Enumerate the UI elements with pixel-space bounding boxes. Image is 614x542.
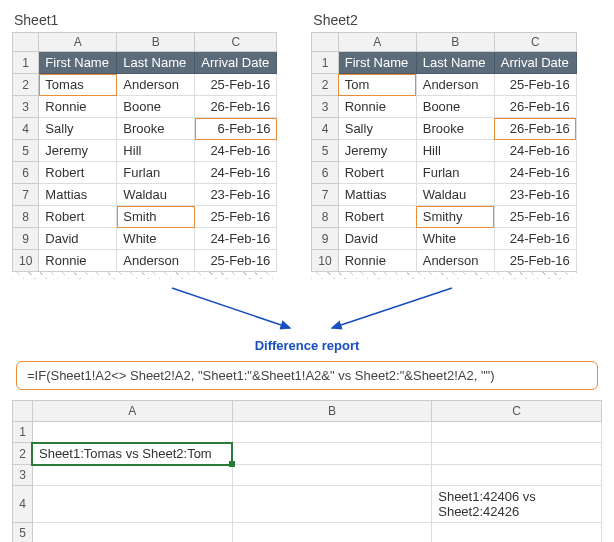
- select-all-corner[interactable]: [13, 401, 33, 422]
- col-header-a[interactable]: A: [338, 33, 416, 52]
- cell[interactable]: [432, 465, 602, 486]
- cell-last-name[interactable]: Furlan: [117, 162, 195, 184]
- col-header-b[interactable]: B: [232, 401, 432, 422]
- col-header-c[interactable]: C: [494, 33, 576, 52]
- row-header[interactable]: 1: [13, 52, 39, 74]
- select-all-corner[interactable]: [312, 33, 338, 52]
- row-header[interactable]: 2: [13, 74, 39, 96]
- cell[interactable]: [32, 422, 232, 443]
- row-header[interactable]: 5: [13, 523, 33, 543]
- cell-first-name[interactable]: Robert: [39, 206, 117, 228]
- cell-first-name[interactable]: Robert: [338, 206, 416, 228]
- cell-last-name[interactable]: Smith: [117, 206, 195, 228]
- cell-first-name[interactable]: Tomas: [39, 74, 117, 96]
- cell-last-name[interactable]: Anderson: [416, 74, 494, 96]
- cell[interactable]: [232, 486, 432, 523]
- cell-first-name[interactable]: Ronnie: [39, 96, 117, 118]
- cell-last-name[interactable]: Brooke: [416, 118, 494, 140]
- header-last-name[interactable]: Last Name: [117, 52, 195, 74]
- cell-arrival-date[interactable]: 25-Feb-16: [195, 74, 277, 96]
- cell-arrival-date[interactable]: 25-Feb-16: [494, 250, 576, 272]
- row-header[interactable]: 6: [13, 162, 39, 184]
- cell-first-name[interactable]: David: [338, 228, 416, 250]
- cell-last-name[interactable]: Boone: [117, 96, 195, 118]
- cell-first-name[interactable]: Ronnie: [338, 96, 416, 118]
- row-header[interactable]: 3: [13, 465, 33, 486]
- cell[interactable]: [232, 422, 432, 443]
- cell-last-name[interactable]: Furlan: [416, 162, 494, 184]
- cell-arrival-date[interactable]: 25-Feb-16: [494, 74, 576, 96]
- cell-first-name[interactable]: Sally: [39, 118, 117, 140]
- cell-last-name[interactable]: Hill: [416, 140, 494, 162]
- cell[interactable]: [232, 443, 432, 465]
- cell-arrival-date[interactable]: 25-Feb-16: [195, 250, 277, 272]
- row-header[interactable]: 4: [312, 118, 338, 140]
- col-header-a[interactable]: A: [39, 33, 117, 52]
- cell-last-name[interactable]: Anderson: [416, 250, 494, 272]
- cell-arrival-date[interactable]: 24-Feb-16: [195, 228, 277, 250]
- sheet2-grid[interactable]: A B C 1 First Name Last Name Arrival Dat…: [311, 32, 576, 272]
- cell-first-name[interactable]: Jeremy: [39, 140, 117, 162]
- cell-arrival-date[interactable]: 23-Feb-16: [195, 184, 277, 206]
- cell-first-name[interactable]: Ronnie: [39, 250, 117, 272]
- row-header[interactable]: 8: [312, 206, 338, 228]
- cell-arrival-date[interactable]: 26-Feb-16: [494, 96, 576, 118]
- header-first-name[interactable]: First Name: [338, 52, 416, 74]
- cell-first-name[interactable]: Robert: [338, 162, 416, 184]
- cell-arrival-date[interactable]: 24-Feb-16: [494, 228, 576, 250]
- row-header[interactable]: 10: [312, 250, 338, 272]
- cell[interactable]: Sheet1:Tomas vs Sheet2:Tom: [32, 443, 232, 465]
- cell[interactable]: [432, 422, 602, 443]
- cell-first-name[interactable]: Jeremy: [338, 140, 416, 162]
- cell-last-name[interactable]: Anderson: [117, 74, 195, 96]
- row-header[interactable]: 2: [312, 74, 338, 96]
- cell-arrival-date[interactable]: 24-Feb-16: [494, 162, 576, 184]
- row-header[interactable]: 1: [13, 422, 33, 443]
- row-header[interactable]: 1: [312, 52, 338, 74]
- cell-arrival-date[interactable]: 24-Feb-16: [195, 140, 277, 162]
- row-header[interactable]: 4: [13, 118, 39, 140]
- row-header[interactable]: 8: [13, 206, 39, 228]
- cell-last-name[interactable]: Waldau: [416, 184, 494, 206]
- cell[interactable]: [432, 443, 602, 465]
- cell-arrival-date[interactable]: 25-Feb-16: [494, 206, 576, 228]
- row-header[interactable]: 4: [13, 486, 33, 523]
- cell-last-name[interactable]: Hill: [117, 140, 195, 162]
- cell[interactable]: [232, 523, 432, 543]
- cell[interactable]: [232, 465, 432, 486]
- header-arrival-date[interactable]: Arrival Date: [494, 52, 576, 74]
- cell-last-name[interactable]: Brooke: [117, 118, 195, 140]
- cell-arrival-date[interactable]: 26-Feb-16: [494, 118, 576, 140]
- cell-arrival-date[interactable]: 6-Feb-16: [195, 118, 277, 140]
- col-header-b[interactable]: B: [117, 33, 195, 52]
- cell-arrival-date[interactable]: 24-Feb-16: [494, 140, 576, 162]
- cell[interactable]: [32, 486, 232, 523]
- row-header[interactable]: 3: [312, 96, 338, 118]
- cell-last-name[interactable]: Smithy: [416, 206, 494, 228]
- cell-first-name[interactable]: Mattias: [39, 184, 117, 206]
- cell-first-name[interactable]: Ronnie: [338, 250, 416, 272]
- cell[interactable]: [32, 465, 232, 486]
- header-first-name[interactable]: First Name: [39, 52, 117, 74]
- row-header[interactable]: 6: [312, 162, 338, 184]
- col-header-a[interactable]: A: [32, 401, 232, 422]
- cell-first-name[interactable]: Tom: [338, 74, 416, 96]
- row-header[interactable]: 5: [312, 140, 338, 162]
- row-header[interactable]: 5: [13, 140, 39, 162]
- row-header[interactable]: 7: [312, 184, 338, 206]
- cell-last-name[interactable]: White: [117, 228, 195, 250]
- sheet1-grid[interactable]: A B C 1 First Name Last Name Arrival Dat…: [12, 32, 277, 272]
- select-all-corner[interactable]: [13, 33, 39, 52]
- row-header[interactable]: 9: [312, 228, 338, 250]
- row-header[interactable]: 7: [13, 184, 39, 206]
- cell-first-name[interactable]: Sally: [338, 118, 416, 140]
- cell-first-name[interactable]: Mattias: [338, 184, 416, 206]
- cell-first-name[interactable]: David: [39, 228, 117, 250]
- row-header[interactable]: 10: [13, 250, 39, 272]
- cell-arrival-date[interactable]: 24-Feb-16: [195, 162, 277, 184]
- cell-arrival-date[interactable]: 23-Feb-16: [494, 184, 576, 206]
- cell-last-name[interactable]: White: [416, 228, 494, 250]
- cell-last-name[interactable]: Anderson: [117, 250, 195, 272]
- cell-arrival-date[interactable]: 25-Feb-16: [195, 206, 277, 228]
- result-grid[interactable]: A B C 12Sheet1:Tomas vs Sheet2:Tom34Shee…: [12, 400, 602, 542]
